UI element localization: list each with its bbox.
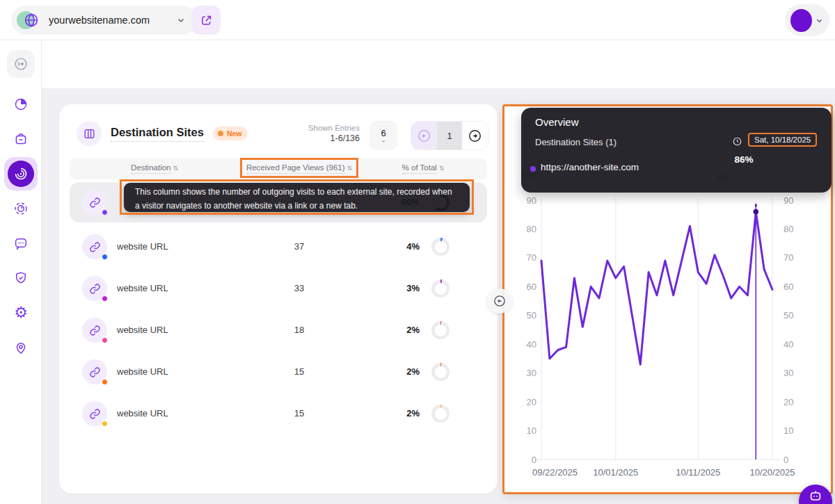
chat-robot-icon [808,489,823,504]
row-color-dot [102,379,108,385]
views-value: 37 [271,227,327,267]
table-row[interactable]: website URL 37 4% [70,227,487,267]
column-received-page-views[interactable]: Received Page Views (961)⇅ [246,163,352,172]
avatar [790,9,812,32]
series-color-dot [530,166,536,172]
site-selector[interactable]: yourwebsitename.com [11,6,197,35]
column-percent-of-total[interactable]: % of Total⇅ [402,163,445,172]
table-columns-icon [77,121,102,146]
sidebar-nav: ⚙ [0,40,42,504]
row-color-dot [102,209,108,216]
destination-label: website URL [117,310,168,350]
destination-label: website URL [117,268,168,309]
views-value: 33 [271,268,327,309]
next-page-button[interactable] [462,122,488,149]
new-badge-label: New [227,129,242,138]
open-site-button[interactable] [191,6,221,35]
sort-icon: ⇅ [347,165,353,172]
destination-label: website URL [117,393,168,434]
hovered-value: 86% [727,154,761,165]
table-row[interactable]: website URL 15 2% [70,352,487,392]
chart-hover-tooltip: Overview Destination Sites (1) Sat, 10/1… [521,108,832,193]
column-header-bar: Destination⇅ Received Page Views (961)⇅ … [70,158,487,179]
svg-text:50: 50 [784,310,793,320]
row-color-dot [102,337,108,343]
svg-text:0: 0 [532,455,536,465]
chevron-down-icon [815,16,824,25]
sidebar-item-analytics[interactable] [7,90,35,118]
table-row[interactable]: website URL 33 3% [70,268,487,309]
external-link-icon [200,14,213,27]
current-page-number: 1 [437,122,463,149]
percent-value: 2% [385,393,420,434]
page-size-value: 6 [381,128,385,138]
sort-icon: ⇅ [173,165,179,172]
card-title[interactable]: Destination Sites [111,126,204,142]
percent-donut-icon [431,405,450,423]
svg-text:10: 10 [784,425,793,436]
hovered-site-url: https://another-site.com [541,162,639,172]
badge-dot-icon [218,131,223,136]
site-logo-icon [17,10,40,30]
svg-text:10/11/2025: 10/11/2025 [676,467,720,478]
svg-text:20: 20 [784,397,793,407]
collapse-panel-handle[interactable] [487,288,512,314]
table-row[interactable]: website URL 18 2% [70,310,487,350]
globe-icon [23,12,40,29]
overview-title: Overview [535,116,579,128]
site-name: yourwebsitename.com [49,15,150,26]
previous-page-button[interactable] [411,122,437,149]
svg-text:60: 60 [784,282,793,292]
shown-entries-value: 1-6/136 [308,133,360,143]
sidebar-item-settings[interactable]: ⚙ [7,299,35,327]
row-color-dot [102,421,108,427]
shown-entries-label: Shown Entries [308,124,360,132]
sidebar-item-feedback[interactable] [7,229,35,257]
percent-value: 3% [385,268,420,309]
sidebar-item-collapse[interactable] [7,50,35,78]
sort-icon: ⇅ [439,165,445,172]
views-value: 18 [271,310,327,350]
page-header [42,40,835,88]
row-color-dot [102,295,108,302]
pagination: 1 [411,121,488,150]
percent-donut-icon [431,321,450,339]
annotation-hover-date: Sat, 10/18/2025 [748,133,817,147]
row-color-dot [102,254,108,260]
percent-value: 2% [385,352,420,392]
sidebar-item-recordings[interactable] [7,195,35,222]
sidebar-item-security[interactable] [7,264,35,292]
arrow-left-circle-icon [493,294,507,308]
chevron-down-icon [176,15,186,25]
destination-label: website URL [117,227,168,267]
percent-value: 4% [385,227,420,267]
svg-text:10/01/2025: 10/01/2025 [593,467,638,478]
column-destination[interactable]: Destination⇅ [131,163,178,172]
svg-text:09/22/2025: 09/22/2025 [532,467,578,478]
svg-text:90: 90 [527,195,536,206]
svg-text:0: 0 [784,455,788,465]
radar-icon [8,161,34,187]
user-menu[interactable] [785,4,829,36]
overview-subtitle: Destination Sites (1) [535,137,617,147]
svg-text:70: 70 [784,252,793,263]
svg-text:30: 30 [784,368,793,378]
svg-text:30: 30 [527,368,536,378]
page-size-select[interactable]: 6 [369,121,397,150]
percent-donut-icon [431,238,450,256]
svg-text:70: 70 [527,252,536,263]
views-value: 15 [271,393,327,434]
svg-text:60: 60 [527,282,536,292]
svg-text:40: 40 [784,339,793,350]
shown-entries: Shown Entries 1-6/136 [308,124,360,143]
sidebar-item-store[interactable] [7,125,35,153]
views-value: 15 [271,352,327,392]
sidebar-item-outgoing-traffic[interactable] [4,157,38,190]
destination-label: website URL [117,352,168,392]
percent-value: 2% [385,310,420,350]
sidebar-item-locations[interactable] [7,334,35,361]
percent-donut-icon [431,279,450,298]
column-tooltip: This column shows the number of outgoing… [124,183,470,212]
svg-text:10/20/2025: 10/20/2025 [749,467,795,478]
table-row[interactable]: website URL 15 2% [70,393,487,434]
